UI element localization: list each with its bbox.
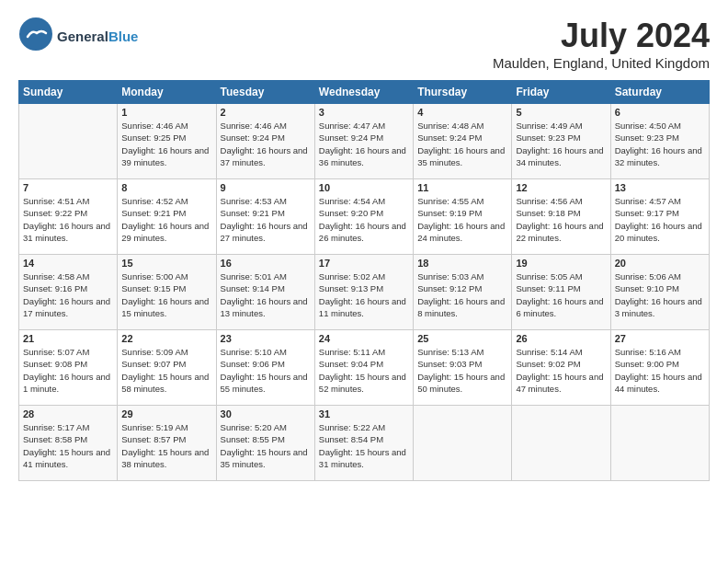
day-info: Sunrise: 5:14 AM Sunset: 9:02 PM Dayligh… [516,346,606,395]
sunrise: Sunrise: 4:46 AM [121,121,188,131]
day-number: 27 [615,333,705,344]
day-number: 23 [221,333,311,344]
sunrise: Sunrise: 5:00 AM [121,271,188,282]
daylight: Daylight: 16 hours and 32 minutes. [615,145,702,167]
sunset: Sunset: 8:57 PM [121,434,186,444]
sunrise: Sunrise: 5:11 AM [319,347,385,357]
daylight: Daylight: 15 hours and 35 minutes. [221,447,308,469]
sunset: Sunset: 9:08 PM [23,359,87,369]
day-number: 31 [319,408,409,419]
day-number: 1 [121,107,211,118]
day-number: 3 [319,107,409,118]
header-wednesday: Wednesday [314,81,413,104]
day-info: Sunrise: 4:57 AM Sunset: 9:17 PM Dayligh… [615,195,705,244]
header-monday: Monday [118,81,216,104]
day-info: Sunrise: 5:07 AM Sunset: 9:08 PM Dayligh… [23,346,113,395]
calendar-cell: 11 Sunrise: 4:55 AM Sunset: 9:19 PM Dayl… [414,179,512,255]
day-number: 11 [417,182,507,193]
logo: GeneralBlue [18,17,138,55]
page-container: GeneralBlue July 2024 Maulden, England, … [0,0,728,490]
sunset: Sunset: 9:24 PM [417,132,482,143]
sunset: Sunset: 9:19 PM [417,208,482,218]
day-info: Sunrise: 5:17 AM Sunset: 8:58 PM Dayligh… [23,421,113,470]
sunset: Sunset: 9:21 PM [221,208,285,218]
sunset: Sunset: 9:23 PM [615,132,679,143]
calendar-cell: 18 Sunrise: 5:03 AM Sunset: 9:12 PM Dayl… [414,255,512,330]
sunset: Sunset: 9:20 PM [319,208,383,218]
daylight: Daylight: 16 hours and 36 minutes. [319,145,406,167]
daylight: Daylight: 16 hours and 8 minutes. [417,296,505,318]
sunrise: Sunrise: 5:03 AM [417,271,483,282]
sunset: Sunset: 9:13 PM [319,283,383,293]
day-info: Sunrise: 5:01 AM Sunset: 9:14 PM Dayligh… [221,270,311,319]
day-number: 30 [221,408,311,419]
calendar-cell [512,406,610,481]
sunset: Sunset: 8:55 PM [221,434,285,444]
day-info: Sunrise: 4:46 AM Sunset: 9:25 PM Dayligh… [121,120,211,168]
calendar-cell: 21 Sunrise: 5:07 AM Sunset: 9:08 PM Dayl… [19,330,118,406]
logo-blue: Blue [108,29,139,44]
sunset: Sunset: 9:24 PM [221,132,285,143]
sunrise: Sunrise: 4:48 AM [417,121,483,131]
calendar-cell: 26 Sunrise: 5:14 AM Sunset: 9:02 PM Dayl… [512,330,610,406]
day-number: 9 [221,182,311,193]
sunrise: Sunrise: 4:54 AM [319,196,385,206]
day-number: 25 [417,333,507,344]
day-info: Sunrise: 4:53 AM Sunset: 9:21 PM Dayligh… [221,195,311,244]
day-info: Sunrise: 4:51 AM Sunset: 9:22 PM Dayligh… [23,195,113,244]
day-info: Sunrise: 5:03 AM Sunset: 9:12 PM Dayligh… [417,270,507,319]
sunrise: Sunrise: 5:07 AM [23,347,89,357]
calendar-cell: 23 Sunrise: 5:10 AM Sunset: 9:06 PM Dayl… [216,330,314,406]
calendar-cell [19,104,118,179]
day-info: Sunrise: 4:58 AM Sunset: 9:16 PM Dayligh… [23,270,113,319]
day-info: Sunrise: 5:06 AM Sunset: 9:10 PM Dayligh… [615,270,705,319]
sunrise: Sunrise: 5:22 AM [319,422,385,432]
sunset: Sunset: 9:00 PM [615,359,679,369]
sunrise: Sunrise: 4:52 AM [121,196,188,206]
sunset: Sunset: 9:21 PM [121,208,186,218]
day-info: Sunrise: 4:49 AM Sunset: 9:23 PM Dayligh… [516,120,606,168]
sunset: Sunset: 9:22 PM [23,208,87,218]
daylight: Daylight: 16 hours and 20 minutes. [615,221,702,243]
day-info: Sunrise: 5:22 AM Sunset: 8:54 PM Dayligh… [319,421,409,470]
calendar-cell: 1 Sunrise: 4:46 AM Sunset: 9:25 PM Dayli… [118,104,216,179]
calendar-cell: 3 Sunrise: 4:47 AM Sunset: 9:24 PM Dayli… [314,104,413,179]
daylight: Daylight: 16 hours and 15 minutes. [121,296,209,318]
daylight: Daylight: 16 hours and 11 minutes. [319,296,406,318]
day-info: Sunrise: 5:02 AM Sunset: 9:13 PM Dayligh… [319,270,409,319]
sunrise: Sunrise: 5:02 AM [319,271,385,282]
week-row-2: 14 Sunrise: 4:58 AM Sunset: 9:16 PM Dayl… [19,255,710,330]
daylight: Daylight: 15 hours and 52 minutes. [319,372,406,394]
day-number: 15 [121,258,211,269]
daylight: Daylight: 16 hours and 13 minutes. [221,296,308,318]
calendar-cell: 31 Sunrise: 5:22 AM Sunset: 8:54 PM Dayl… [314,406,413,481]
sunset: Sunset: 9:15 PM [121,283,186,293]
day-number: 26 [516,333,606,344]
calendar-cell: 28 Sunrise: 5:17 AM Sunset: 8:58 PM Dayl… [19,406,118,481]
daylight: Daylight: 15 hours and 58 minutes. [121,372,209,394]
day-number: 19 [516,258,606,269]
calendar-cell: 14 Sunrise: 4:58 AM Sunset: 9:16 PM Dayl… [19,255,118,330]
calendar-cell: 5 Sunrise: 4:49 AM Sunset: 9:23 PM Dayli… [512,104,610,179]
week-row-3: 21 Sunrise: 5:07 AM Sunset: 9:08 PM Dayl… [19,330,710,406]
day-number: 14 [23,258,113,269]
sunrise: Sunrise: 4:46 AM [221,121,287,131]
sunset: Sunset: 9:16 PM [23,283,87,293]
calendar-cell: 13 Sunrise: 4:57 AM Sunset: 9:17 PM Dayl… [610,179,709,255]
daylight: Daylight: 16 hours and 39 minutes. [121,145,209,167]
day-info: Sunrise: 5:10 AM Sunset: 9:06 PM Dayligh… [221,346,311,395]
day-info: Sunrise: 4:48 AM Sunset: 9:24 PM Dayligh… [417,120,507,168]
sunrise: Sunrise: 4:57 AM [615,196,681,206]
day-info: Sunrise: 4:52 AM Sunset: 9:21 PM Dayligh… [121,195,211,244]
day-number: 20 [615,258,705,269]
day-info: Sunrise: 5:09 AM Sunset: 9:07 PM Dayligh… [121,346,211,395]
sunrise: Sunrise: 4:49 AM [516,121,582,131]
calendar-cell: 20 Sunrise: 5:06 AM Sunset: 9:10 PM Dayl… [610,255,709,330]
sunrise: Sunrise: 5:17 AM [23,422,89,432]
day-number: 21 [23,333,113,344]
day-info: Sunrise: 4:46 AM Sunset: 9:24 PM Dayligh… [221,120,311,168]
day-info: Sunrise: 4:50 AM Sunset: 9:23 PM Dayligh… [615,120,705,168]
day-number: 28 [23,408,113,419]
daylight: Daylight: 16 hours and 35 minutes. [417,145,505,167]
day-number: 22 [121,333,211,344]
